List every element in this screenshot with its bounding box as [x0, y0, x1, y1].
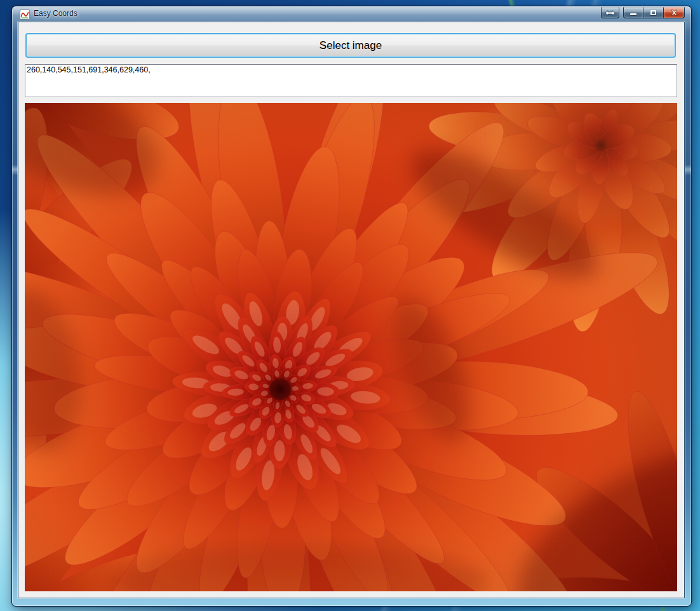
coordinates-textbox[interactable]: 260,140,545,151,691,346,629,460, [25, 64, 677, 97]
window-title: Easy Coords [34, 9, 77, 18]
line-chart-icon [20, 10, 30, 20]
maximize-button[interactable] [643, 7, 664, 18]
minimize-icon [630, 13, 636, 15]
coordinate-picker-image[interactable] [25, 103, 677, 591]
minimize-button[interactable] [623, 7, 643, 18]
window-content: Select image 260,140,545,151,691,346,629… [18, 22, 685, 598]
chrysanthemum-photo [25, 103, 677, 591]
resize-button[interactable] [601, 7, 619, 18]
title-bar[interactable]: Easy Coords [12, 6, 691, 22]
easy-coords-window: Easy Coords Select image 260,140,545,151… [11, 6, 692, 607]
close-x-icon [671, 10, 678, 16]
close-button[interactable] [664, 7, 685, 18]
double-horizontal-arrow-icon [605, 10, 616, 16]
maximize-icon [650, 10, 656, 15]
select-image-button[interactable]: Select image [25, 33, 676, 58]
